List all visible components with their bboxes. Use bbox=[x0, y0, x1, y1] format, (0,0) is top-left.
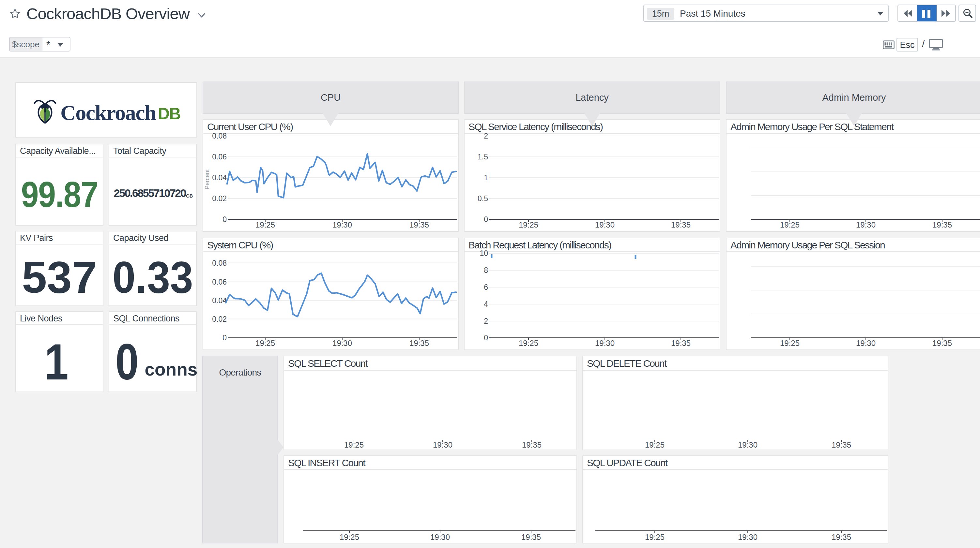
svg-text:Percent: Percent bbox=[204, 169, 210, 189]
svg-text:19:25: 19:25 bbox=[519, 339, 538, 348]
svg-text:19:25: 19:25 bbox=[645, 533, 665, 542]
svg-text:0: 0 bbox=[484, 215, 488, 224]
svg-text:19:30: 19:30 bbox=[430, 533, 450, 542]
svg-text:0: 0 bbox=[484, 334, 488, 342]
svg-text:19:30: 19:30 bbox=[595, 339, 615, 348]
svg-text:19:35: 19:35 bbox=[832, 440, 851, 449]
svg-text:19:25: 19:25 bbox=[519, 220, 538, 229]
svg-text:19:35: 19:35 bbox=[832, 533, 851, 542]
svg-text:0.02: 0.02 bbox=[212, 194, 227, 203]
svg-text:10: 10 bbox=[480, 249, 488, 257]
svg-text:1.5: 1.5 bbox=[477, 152, 488, 161]
svg-text:19:30: 19:30 bbox=[738, 440, 757, 449]
svg-text:6: 6 bbox=[484, 283, 488, 291]
svg-text:19:25: 19:25 bbox=[645, 440, 665, 449]
svg-text:0.04: 0.04 bbox=[212, 296, 227, 305]
svg-text:19:25: 19:25 bbox=[780, 220, 800, 229]
svg-text:19:25: 19:25 bbox=[780, 339, 800, 348]
svg-text:8: 8 bbox=[484, 266, 488, 275]
svg-text:19:25: 19:25 bbox=[255, 339, 275, 348]
svg-text:19:25: 19:25 bbox=[255, 220, 275, 229]
svg-text:19:35: 19:35 bbox=[522, 440, 541, 449]
svg-text:4: 4 bbox=[484, 300, 488, 308]
svg-text:19:30: 19:30 bbox=[856, 339, 876, 348]
svg-text:19:30: 19:30 bbox=[332, 220, 352, 229]
svg-text:19:35: 19:35 bbox=[671, 220, 690, 229]
svg-text:0: 0 bbox=[223, 215, 227, 224]
svg-text:19:35: 19:35 bbox=[409, 220, 429, 229]
svg-text:19:25: 19:25 bbox=[340, 533, 359, 542]
svg-text:19:35: 19:35 bbox=[932, 220, 952, 229]
svg-text:19:30: 19:30 bbox=[332, 339, 352, 348]
svg-text:2: 2 bbox=[484, 132, 488, 140]
svg-text:19:30: 19:30 bbox=[856, 220, 876, 229]
svg-text:19:35: 19:35 bbox=[671, 339, 690, 348]
svg-text:0.08: 0.08 bbox=[212, 259, 227, 267]
svg-text:19:30: 19:30 bbox=[595, 220, 615, 229]
svg-text:0.06: 0.06 bbox=[212, 278, 227, 286]
svg-text:0.02: 0.02 bbox=[212, 315, 227, 323]
svg-text:19:30: 19:30 bbox=[738, 533, 757, 542]
svg-text:19:25: 19:25 bbox=[344, 440, 364, 449]
svg-text:0.08: 0.08 bbox=[212, 132, 227, 140]
svg-text:19:35: 19:35 bbox=[932, 339, 952, 348]
svg-text:0.06: 0.06 bbox=[212, 152, 227, 161]
svg-text:2: 2 bbox=[484, 317, 488, 326]
svg-text:19:35: 19:35 bbox=[521, 533, 541, 542]
svg-text:1: 1 bbox=[484, 173, 488, 182]
svg-text:19:35: 19:35 bbox=[409, 339, 429, 348]
svg-text:0: 0 bbox=[223, 334, 227, 342]
svg-text:0.5: 0.5 bbox=[477, 194, 488, 203]
svg-text:19:30: 19:30 bbox=[433, 440, 452, 449]
svg-text:0.04: 0.04 bbox=[212, 173, 227, 182]
